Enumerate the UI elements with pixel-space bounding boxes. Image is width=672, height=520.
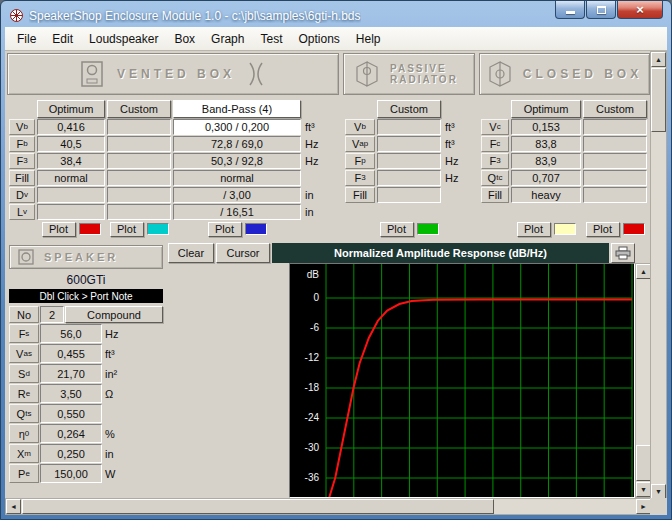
vertical-scrollbar[interactable]: ▲ ▼ xyxy=(650,51,667,500)
plot-button[interactable]: Plot xyxy=(110,222,144,237)
maximize-button[interactable] xyxy=(586,1,616,19)
vented-optimum-vb[interactable]: 0,416 xyxy=(37,119,105,135)
plot-button[interactable]: Plot xyxy=(586,222,620,237)
speaker-label-xm: Xm xyxy=(9,444,39,463)
speaker-value-qts[interactable]: 0,550 xyxy=(40,404,102,423)
cursor-button[interactable]: Cursor xyxy=(216,243,270,263)
plot-button[interactable]: Plot xyxy=(517,222,551,237)
vented-bandpass-dv[interactable]: / 3,00 xyxy=(173,187,301,203)
closed-optimum-fill[interactable]: heavy xyxy=(511,187,581,203)
speaker-value-eta0[interactable]: 0,264 xyxy=(40,424,102,443)
menu-loudspeaker[interactable]: Loudspeaker xyxy=(81,30,166,48)
menu-help[interactable]: Help xyxy=(348,30,389,48)
speaker-no-value[interactable]: 2 xyxy=(40,306,64,323)
closed-optimum-fc[interactable]: 83,8 xyxy=(511,136,581,152)
speaker-value-xm[interactable]: 0,250 xyxy=(40,444,102,463)
passive-custom-button[interactable]: Custom xyxy=(377,100,441,118)
vented-optimum-dv[interactable] xyxy=(37,187,105,203)
closed-row-label-vc: Vc xyxy=(481,119,509,135)
speaker-value-pe[interactable]: 150,00 xyxy=(40,464,102,483)
speaker-value-vas[interactable]: 0,455 xyxy=(40,344,102,363)
closed-row-label-fc: Fc xyxy=(481,136,509,152)
clear-button[interactable]: Clear xyxy=(168,243,214,263)
plot-button[interactable]: Plot xyxy=(208,222,242,237)
vented-optimum-fb[interactable]: 40,5 xyxy=(37,136,105,152)
menu-options[interactable]: Options xyxy=(290,30,347,48)
closed-optimum-button[interactable]: Optimum xyxy=(511,100,581,118)
graph-scroll-up-arrow[interactable]: ▲ xyxy=(636,264,651,279)
vented-optimum-lv[interactable] xyxy=(37,204,105,220)
vented-custom-fill[interactable] xyxy=(107,170,171,186)
print-button[interactable] xyxy=(611,243,635,263)
scroll-right-arrow[interactable]: ► xyxy=(636,499,651,514)
compound-button[interactable]: Compound xyxy=(65,306,163,323)
vented-custom-dv[interactable] xyxy=(107,187,171,203)
graph-controls: Clear Cursor Normalized Amplitude Respon… xyxy=(168,243,652,263)
closed-optimum-f3[interactable]: 83,9 xyxy=(511,153,581,169)
vented-custom-lv[interactable] xyxy=(107,204,171,220)
speaker-unit-xm: in xyxy=(103,444,160,463)
vented-unit-lv: in xyxy=(303,204,337,220)
minimize-button[interactable] xyxy=(555,1,585,19)
vented-bandpass-button[interactable]: Band-Pass (4) xyxy=(173,100,301,118)
close-icon: × xyxy=(636,3,644,17)
vented-unit-fb: Hz xyxy=(303,136,337,152)
plot-button[interactable]: Plot xyxy=(380,222,414,237)
vented-custom-vb[interactable] xyxy=(107,119,171,135)
closed-custom-f3[interactable] xyxy=(583,153,647,169)
vented-bandpass-lv[interactable]: / 16,51 xyxy=(173,204,301,220)
horizontal-scroll-thumb[interactable] xyxy=(22,499,494,514)
vented-custom-f3[interactable] xyxy=(107,153,171,169)
vented-optimum-f3[interactable]: 38,4 xyxy=(37,153,105,169)
vented-bandpass-fb[interactable]: 72,8 / 69,0 xyxy=(173,136,301,152)
scroll-up-arrow[interactable]: ▲ xyxy=(651,52,666,67)
passive-row-label-vap: Vap xyxy=(345,136,375,152)
vented-bandpass-fill[interactable]: normal xyxy=(173,170,301,186)
closed-custom-qtc[interactable] xyxy=(583,170,647,186)
speaker-icon xyxy=(17,248,37,266)
menu-box[interactable]: Box xyxy=(166,30,203,48)
speaker-value-fs[interactable]: 56,0 xyxy=(40,324,102,343)
graph-scroll-down-arrow[interactable]: ▼ xyxy=(636,482,651,497)
horizontal-scrollbar[interactable]: ◄ ► xyxy=(5,498,652,515)
speaker-value-sd[interactable]: 21,70 xyxy=(40,364,102,383)
port-note-bar[interactable]: Dbl Click > Port Note xyxy=(9,289,163,303)
caption-buttons: × xyxy=(555,1,663,19)
passive-value-vap[interactable] xyxy=(377,136,441,152)
vented-bandpass-vb[interactable]: 0,300 / 0,200 xyxy=(173,119,301,135)
vented-plot-custom: Plot xyxy=(107,221,171,237)
passive-value-f3[interactable] xyxy=(377,170,441,186)
closed-custom-fc[interactable] xyxy=(583,136,647,152)
menu-file[interactable]: File xyxy=(9,30,44,48)
vertical-scroll-thumb[interactable] xyxy=(651,68,666,132)
closed-custom-fill[interactable] xyxy=(583,187,647,203)
passive-value-vb[interactable] xyxy=(377,119,441,135)
title-bar[interactable]: SpeakerShop Enclosure Module 1.0 - c:\jb… xyxy=(1,1,671,27)
graph-scroll-thumb[interactable] xyxy=(636,445,651,481)
passive-unit-vap: ft³ xyxy=(443,136,471,152)
close-button[interactable]: × xyxy=(617,1,663,19)
svg-text:-18: -18 xyxy=(305,382,320,393)
graph-body: 0-6-12-18-24-30-36dB ▲ ▼ xyxy=(168,263,652,498)
menu-edit[interactable]: Edit xyxy=(44,30,81,48)
vented-optimum-button[interactable]: Optimum xyxy=(37,100,105,118)
closed-custom-button[interactable]: Custom xyxy=(583,100,647,118)
passive-value-fp[interactable] xyxy=(377,153,441,169)
vented-custom-button[interactable]: Custom xyxy=(107,100,171,118)
closed-optimum-qtc[interactable]: 0,707 xyxy=(511,170,581,186)
scroll-left-arrow[interactable]: ◄ xyxy=(6,499,21,514)
scroll-down-arrow[interactable]: ▼ xyxy=(651,484,666,499)
vented-custom-fb[interactable] xyxy=(107,136,171,152)
menu-bar: File Edit Loudspeaker Box Graph Test Opt… xyxy=(5,27,667,51)
closed-custom-vc[interactable] xyxy=(583,119,647,135)
vented-optimum-fill[interactable]: normal xyxy=(37,170,105,186)
passive-value-fill[interactable] xyxy=(377,187,441,203)
plot-button[interactable]: Plot xyxy=(42,222,76,237)
speaker-value-re[interactable]: 3,50 xyxy=(40,384,102,403)
speaker-name[interactable]: 600GTi xyxy=(7,271,165,289)
vented-bandpass-f3[interactable]: 50,3 / 92,8 xyxy=(173,153,301,169)
menu-test[interactable]: Test xyxy=(252,30,290,48)
vented-plot-optimum: Plot xyxy=(37,221,105,237)
menu-graph[interactable]: Graph xyxy=(203,30,252,48)
closed-optimum-vc[interactable]: 0,153 xyxy=(511,119,581,135)
